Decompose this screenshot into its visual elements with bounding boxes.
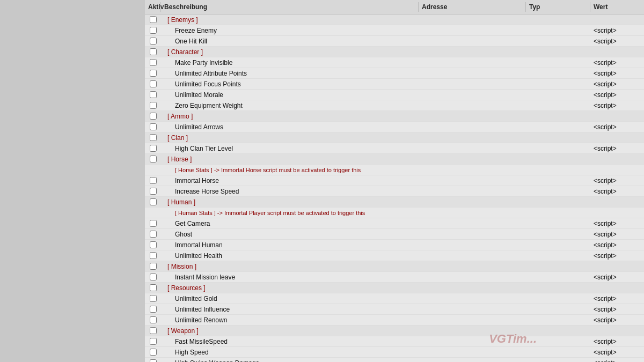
wert-cell: <script>	[590, 219, 644, 228]
wert-cell	[590, 51, 644, 53]
row-checkbox[interactable]	[150, 113, 157, 120]
item-label: Unlimited Attribute Points	[164, 70, 247, 77]
table-area[interactable]: Aktiv Beschreibung Adresse Typ Wert [ En…	[145, 0, 644, 362]
category-label: [ Weapon ]	[164, 326, 202, 336]
adresse-cell	[419, 169, 526, 171]
adresse-cell	[419, 202, 526, 203]
row-checkbox[interactable]	[150, 102, 157, 109]
wert-cell: <script>	[590, 58, 644, 67]
table-row: One Hit Kill<script>	[145, 36, 644, 47]
row-checkbox[interactable]	[150, 316, 157, 323]
typ-cell	[526, 341, 590, 342]
row-checkbox[interactable]	[150, 327, 157, 334]
table-row: Unlimited Arrows<script>	[145, 122, 644, 132]
row-checkbox[interactable]	[150, 274, 157, 280]
item-label: Zero Equipment Weight	[164, 102, 243, 109]
row-checkbox[interactable]	[150, 134, 157, 141]
item-label: Fast MissileSpeed	[164, 338, 228, 345]
wert-cell	[590, 137, 644, 138]
wert-cell: <script>	[590, 69, 644, 78]
wert-cell	[590, 159, 644, 160]
row-checkbox[interactable]	[150, 359, 157, 362]
adresse-cell	[419, 277, 526, 278]
note-row: [ Horse Stats ] -> Immortal Horse script…	[145, 165, 644, 175]
adresse-cell	[419, 341, 526, 342]
row-checkbox[interactable]	[150, 338, 157, 345]
row-checkbox[interactable]	[150, 80, 157, 87]
note-label: [ Horse Stats ] -> Immortal Horse script…	[164, 167, 361, 173]
item-label: Immortal Human	[164, 241, 223, 249]
item-label: Unlimited Focus Points	[164, 80, 241, 88]
wert-cell: <script>	[590, 305, 644, 314]
adresse-cell	[419, 41, 526, 42]
typ-cell	[526, 255, 590, 256]
typ-cell	[526, 223, 590, 224]
adresse-cell	[419, 266, 526, 267]
row-checkbox[interactable]	[150, 177, 157, 184]
adresse-cell	[419, 212, 526, 213]
typ-cell	[526, 159, 590, 160]
row-checkbox[interactable]	[150, 198, 157, 205]
row-checkbox[interactable]	[150, 27, 157, 34]
row-checkbox[interactable]	[150, 306, 157, 313]
typ-cell	[526, 352, 590, 353]
category-row: [ Mission ]	[145, 261, 644, 272]
adresse-cell	[419, 234, 526, 235]
adresse-cell	[419, 19, 526, 20]
category-row: [ Human ]	[145, 197, 644, 208]
item-label: Unlimited Arrows	[164, 123, 223, 131]
row-checkbox[interactable]	[150, 295, 157, 302]
adresse-cell	[419, 105, 526, 106]
row-checkbox[interactable]	[150, 59, 157, 66]
category-label: [ Enemys ]	[164, 15, 201, 25]
table-header: Aktiv Beschreibung Adresse Typ Wert	[145, 0, 644, 14]
typ-cell	[526, 180, 590, 181]
wert-cell: <script>	[590, 348, 644, 357]
table-row: Unlimited Influence<script>	[145, 304, 644, 315]
typ-cell	[526, 127, 590, 128]
row-checkbox[interactable]	[150, 70, 157, 77]
wert-cell: <script>	[590, 80, 644, 88]
row-checkbox[interactable]	[150, 145, 157, 152]
adresse-cell	[419, 62, 526, 63]
table-row: Ghost<script>	[145, 229, 644, 240]
adresse-cell	[419, 30, 526, 31]
item-label: Make Party Invisible	[164, 59, 232, 67]
typ-cell	[526, 298, 590, 299]
row-checkbox[interactable]	[150, 48, 157, 55]
left-panel	[0, 0, 145, 362]
item-label: Freeze Enemy	[164, 27, 217, 34]
adresse-cell	[419, 352, 526, 353]
category-row: [ Enemys ]	[145, 14, 644, 25]
typ-cell	[526, 330, 590, 331]
wert-cell	[590, 202, 644, 203]
row-checkbox[interactable]	[150, 252, 157, 259]
row-checkbox[interactable]	[150, 284, 157, 291]
row-checkbox[interactable]	[150, 220, 157, 227]
row-checkbox[interactable]	[150, 156, 157, 162]
rows-container: [ Enemys ]Freeze Enemy<script>One Hit Ki…	[145, 14, 644, 362]
row-checkbox[interactable]	[150, 91, 157, 98]
adresse-cell	[419, 223, 526, 224]
item-label: Unlimited Gold	[164, 295, 217, 302]
typ-cell	[526, 320, 590, 321]
row-checkbox[interactable]	[150, 263, 157, 270]
adresse-cell	[419, 330, 526, 331]
row-checkbox[interactable]	[150, 188, 157, 195]
adresse-cell	[419, 159, 526, 160]
adresse-cell	[419, 84, 526, 85]
row-checkbox[interactable]	[150, 349, 157, 356]
table-row: Zero Equipment Weight<script>	[145, 100, 644, 111]
item-label: High Speed	[164, 349, 209, 356]
item-label: One Hit Kill	[164, 38, 207, 45]
row-checkbox[interactable]	[150, 123, 157, 130]
row-checkbox[interactable]	[150, 38, 157, 45]
item-label: Unlimited Health	[164, 252, 222, 260]
typ-cell	[526, 137, 590, 138]
row-checkbox[interactable]	[150, 16, 157, 23]
wert-cell: <script>	[590, 37, 644, 46]
col-aktiv: Aktiv	[145, 2, 161, 12]
row-checkbox[interactable]	[150, 231, 157, 238]
row-checkbox[interactable]	[150, 241, 157, 248]
table-row: Instant Mission leave<script>	[145, 272, 644, 283]
